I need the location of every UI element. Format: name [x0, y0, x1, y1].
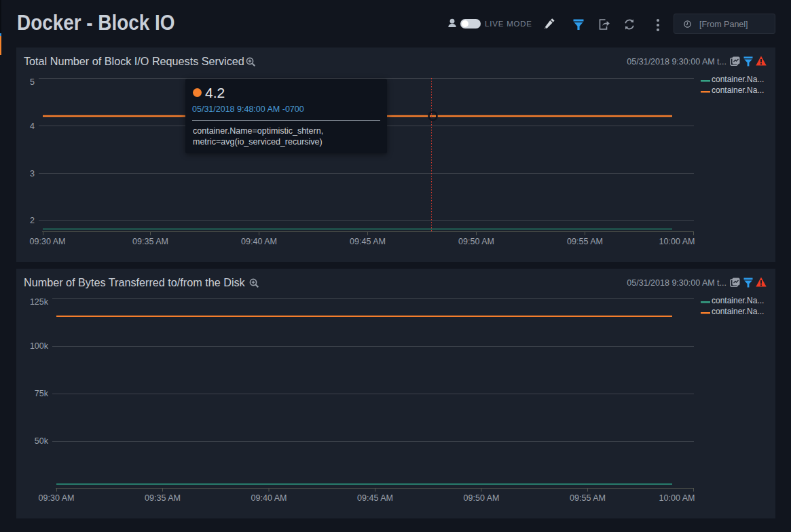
svg-text:09:45 AM: 09:45 AM	[350, 237, 386, 246]
svg-text:09:55 AM: 09:55 AM	[567, 237, 603, 246]
svg-text:09:40 AM: 09:40 AM	[241, 237, 277, 246]
svg-text:100k: 100k	[30, 341, 49, 351]
svg-text:09:35 AM: 09:35 AM	[132, 237, 168, 246]
svg-text:5: 5	[30, 77, 35, 87]
svg-text:4: 4	[30, 121, 35, 131]
svg-text:09:50 AM: 09:50 AM	[458, 237, 494, 246]
svg-text:09:55 AM: 09:55 AM	[570, 493, 606, 503]
svg-text:09:45 AM: 09:45 AM	[357, 493, 393, 503]
svg-text:09:30 AM: 09:30 AM	[30, 237, 66, 246]
svg-text:2: 2	[30, 216, 35, 225]
svg-text:10:00 AM: 10:00 AM	[659, 237, 695, 246]
svg-text:09:50 AM: 09:50 AM	[464, 493, 500, 503]
svg-text:09:40 AM: 09:40 AM	[251, 493, 287, 503]
svg-text:50k: 50k	[35, 436, 49, 446]
svg-text:10:00 AM: 10:00 AM	[659, 493, 695, 503]
svg-text:125k: 125k	[30, 297, 49, 307]
svg-text:09:30 AM: 09:30 AM	[39, 493, 75, 503]
svg-text:75k: 75k	[35, 389, 49, 398]
svg-text:3: 3	[30, 169, 35, 178]
svg-text:09:35 AM: 09:35 AM	[145, 493, 181, 503]
